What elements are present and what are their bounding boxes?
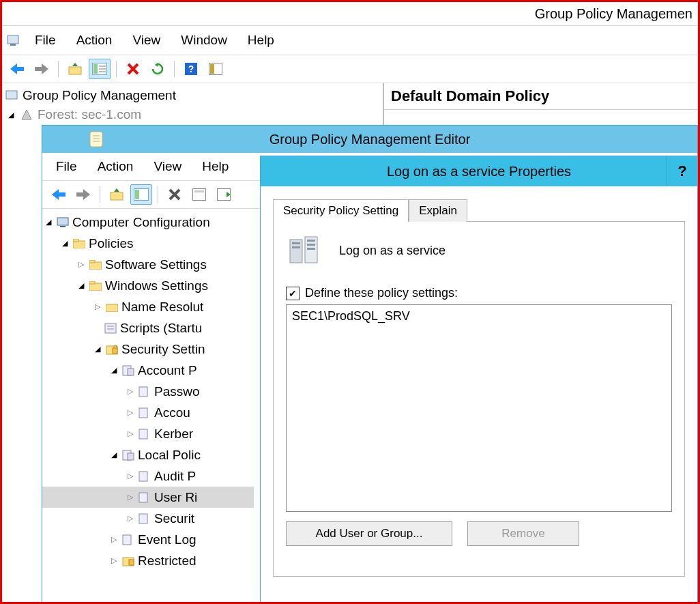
- gpme-menu-file[interactable]: File: [46, 156, 87, 177]
- list-item[interactable]: SEC1\ProdSQL_SRV: [292, 309, 666, 323]
- svg-rect-26: [111, 192, 123, 200]
- gpme-export-button[interactable]: [213, 184, 235, 205]
- locked-folder-icon: [121, 554, 135, 568]
- node-user-rights[interactable]: ▷ User Ri: [42, 487, 254, 508]
- expand-icon[interactable]: ▷: [126, 387, 135, 397]
- menu-help[interactable]: Help: [238, 30, 284, 51]
- gpme-menu-help[interactable]: Help: [192, 156, 238, 177]
- svg-marker-3: [35, 63, 48, 74]
- expand-icon[interactable]: ▷: [126, 472, 135, 481]
- node-restricted-groups[interactable]: ▷ Restricted: [42, 550, 254, 571]
- menu-window[interactable]: Window: [171, 30, 237, 51]
- svg-rect-17: [210, 64, 214, 74]
- principals-listbox[interactable]: SEC1\ProdSQL_SRV: [286, 304, 672, 512]
- svg-marker-2: [10, 63, 24, 74]
- gpm-toolbar: ?: [2, 55, 698, 83]
- node-password-policy[interactable]: ▷ Passwo: [42, 381, 254, 402]
- node-account-lockout[interactable]: ▷ Accou: [42, 402, 254, 423]
- up-folder-button[interactable]: [64, 59, 86, 79]
- svg-rect-56: [128, 453, 134, 460]
- svg-marker-25: [76, 189, 90, 200]
- tab-label: Security Policy Setting: [283, 204, 398, 217]
- node-label: Software Settings: [105, 254, 207, 275]
- expand-icon[interactable]: ◢: [76, 281, 86, 291]
- tree-forest[interactable]: ◢ Forest: sec-1.com: [3, 105, 381, 124]
- scripts-icon: [104, 321, 117, 335]
- properties-dialog: Log on as a service Properties ? Securit…: [260, 156, 698, 604]
- node-security-options[interactable]: ▷ Securit: [42, 508, 254, 529]
- tab-label: Explain: [419, 204, 457, 217]
- node-windows-settings[interactable]: ◢ Windows Settings: [42, 275, 254, 296]
- gpme-delete-button[interactable]: [164, 184, 186, 205]
- tab-explain[interactable]: Explain: [409, 199, 467, 222]
- node-name-resolution[interactable]: ▷ Name Resolut: [42, 296, 254, 317]
- tab-security-policy-setting[interactable]: Security Policy Setting: [273, 199, 409, 222]
- refresh-button[interactable]: [147, 59, 169, 79]
- folder-icon: [105, 300, 119, 314]
- gpme-forward-button[interactable]: [72, 184, 94, 205]
- expand-icon[interactable]: ▷: [93, 302, 102, 312]
- svg-rect-66: [292, 246, 300, 248]
- add-user-or-group-button[interactable]: Add User or Group...: [286, 521, 452, 546]
- node-software-settings[interactable]: ▷ Software Settings: [42, 254, 254, 275]
- dialog-titlebar[interactable]: Log on as a service Properties ?: [261, 156, 697, 186]
- expand-icon[interactable]: ▷: [76, 260, 86, 270]
- separator: [116, 61, 117, 77]
- gpme-menu-view[interactable]: View: [144, 156, 191, 177]
- gpme-properties-button[interactable]: [188, 184, 210, 205]
- svg-rect-54: [139, 429, 147, 439]
- tree-root[interactable]: Group Policy Management: [3, 86, 381, 105]
- svg-rect-41: [89, 260, 95, 263]
- node-label: Restricted: [138, 550, 196, 571]
- menu-file[interactable]: File: [25, 30, 65, 51]
- menu-view[interactable]: View: [123, 30, 170, 51]
- node-scripts[interactable]: Scripts (Startu: [42, 317, 254, 339]
- help-button[interactable]: ?: [180, 59, 202, 79]
- policy-icon: [138, 406, 151, 420]
- expand-icon[interactable]: ▷: [109, 535, 119, 545]
- forward-button[interactable]: [31, 59, 53, 79]
- app-frame: Group Policy Managemen File Action View …: [0, 0, 700, 604]
- expand-icon[interactable]: ◢: [109, 450, 119, 460]
- show-hide-tree-button[interactable]: [89, 59, 111, 79]
- node-security-settings[interactable]: ◢ Security Settin: [42, 339, 254, 360]
- back-button[interactable]: [6, 59, 28, 79]
- menu-action[interactable]: Action: [67, 30, 122, 51]
- node-local-policies[interactable]: ◢ Local Polic: [42, 444, 254, 465]
- expand-icon[interactable]: ◢: [109, 366, 119, 375]
- define-checkbox[interactable]: ✔: [286, 287, 300, 300]
- svg-marker-19: [22, 110, 31, 119]
- expand-icon[interactable]: ▷: [126, 408, 135, 418]
- node-event-log[interactable]: ▷ Event Log: [42, 529, 254, 550]
- gpme-tree[interactable]: ◢ Computer Configuration ◢ Policies ▷ So…: [42, 209, 254, 604]
- expand-icon[interactable]: ◢: [6, 110, 16, 119]
- svg-rect-1: [10, 44, 16, 46]
- gpme-back-button[interactable]: [48, 184, 70, 205]
- expand-icon[interactable]: ▷: [126, 429, 135, 439]
- expand-icon[interactable]: ◢: [60, 239, 70, 248]
- define-checkbox-row[interactable]: ✔ Define these policy settings:: [286, 286, 672, 300]
- delete-button[interactable]: [122, 59, 144, 79]
- expand-icon[interactable]: ▷: [109, 556, 119, 566]
- gpme-tree-toggle-button[interactable]: [130, 184, 152, 205]
- svg-rect-44: [106, 304, 118, 312]
- node-account-policies[interactable]: ◢ Account P: [42, 360, 254, 381]
- node-label: Account P: [138, 360, 197, 381]
- node-audit-policy[interactable]: ▷ Audit P: [42, 465, 254, 487]
- gpme-up-button[interactable]: [106, 184, 128, 205]
- node-kerberos-policy[interactable]: ▷ Kerber: [42, 423, 254, 444]
- expand-icon[interactable]: ▷: [126, 493, 135, 502]
- expand-icon[interactable]: ◢: [93, 345, 102, 354]
- node-policies[interactable]: ◢ Policies: [42, 233, 254, 254]
- expand-icon[interactable]: ▷: [126, 514, 135, 523]
- svg-marker-5: [72, 63, 78, 66]
- node-computer-config[interactable]: ◢ Computer Configuration: [42, 212, 254, 233]
- svg-rect-65: [292, 242, 300, 244]
- properties-button[interactable]: [205, 59, 227, 79]
- svg-text:?: ?: [188, 63, 194, 74]
- gpme-menu-action[interactable]: Action: [88, 156, 143, 177]
- expand-icon[interactable]: ◢: [44, 218, 53, 227]
- dialog-help-button[interactable]: ?: [667, 156, 697, 186]
- forest-icon: [20, 108, 33, 121]
- gpme-titlebar[interactable]: Group Policy Management Editor: [42, 126, 697, 153]
